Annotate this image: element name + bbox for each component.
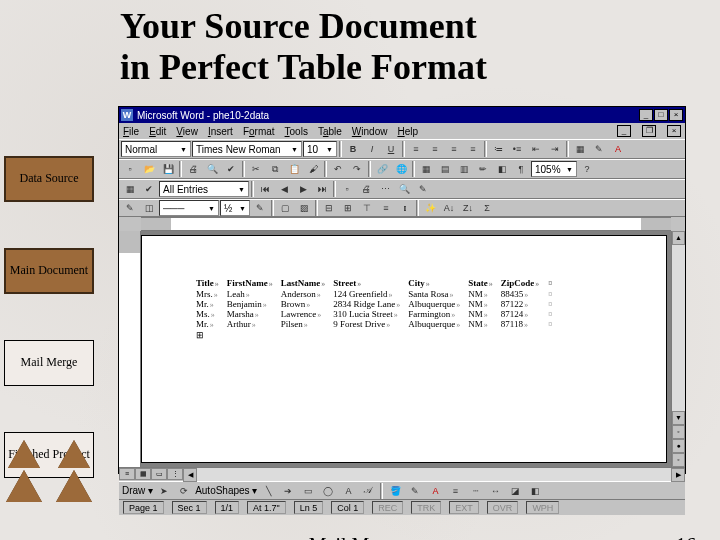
open-button[interactable]: 📂 bbox=[140, 161, 158, 177]
nav-data-source[interactable]: Data Source bbox=[4, 156, 94, 202]
menu-edit[interactable]: Edit bbox=[149, 126, 166, 137]
copy-button[interactable]: ⧉ bbox=[266, 161, 284, 177]
insert-hyperlink-button[interactable]: 🔗 bbox=[373, 161, 391, 177]
help-button[interactable]: ? bbox=[578, 161, 596, 177]
autoshapes-menu[interactable]: AutoShapes ▾ bbox=[195, 485, 257, 496]
style-combo[interactable]: Normal▼ bbox=[121, 141, 191, 157]
arrow-style-button[interactable]: ↔ bbox=[486, 483, 504, 499]
sort-desc-button[interactable]: Z↓ bbox=[459, 200, 477, 216]
menu-help[interactable]: Help bbox=[397, 126, 418, 137]
shadow-button[interactable]: ◪ bbox=[506, 483, 524, 499]
merge-check-button[interactable]: ✔ bbox=[140, 181, 158, 197]
spellcheck-button[interactable]: ✔ bbox=[222, 161, 240, 177]
align-left-button[interactable]: ≡ bbox=[407, 141, 425, 157]
minimize-button[interactable]: _ bbox=[639, 109, 653, 121]
menu-file[interactable]: File bbox=[123, 126, 139, 137]
nav-mail-merge[interactable]: Mail Merge bbox=[4, 340, 94, 386]
merge-next-button[interactable]: ▶ bbox=[294, 181, 312, 197]
textbox-button[interactable]: A bbox=[339, 483, 357, 499]
zoom-combo[interactable]: 105%▼ bbox=[531, 161, 577, 177]
browse-object-button[interactable]: ● bbox=[672, 439, 685, 453]
doc-minimize-button[interactable]: _ bbox=[617, 125, 631, 137]
numbered-list-button[interactable]: ≔ bbox=[489, 141, 507, 157]
decrease-indent-button[interactable]: ⇤ bbox=[527, 141, 545, 157]
menu-insert[interactable]: Insert bbox=[208, 126, 233, 137]
merge-entries-combo[interactable]: All Entries▼ bbox=[159, 181, 249, 197]
prev-page-button[interactable]: ◦ bbox=[672, 425, 685, 439]
line-button[interactable]: ╲ bbox=[259, 483, 277, 499]
font-color-button[interactable]: A bbox=[609, 141, 627, 157]
print-button[interactable]: 🖨 bbox=[184, 161, 202, 177]
oval-button[interactable]: ◯ bbox=[319, 483, 337, 499]
find-record-button[interactable]: 🔍 bbox=[395, 181, 413, 197]
doc-restore-button[interactable]: ❐ bbox=[642, 125, 656, 137]
document-page[interactable]: Title»FirstName»LastName»Street»City»Sta… bbox=[141, 235, 667, 463]
draw-table-button[interactable]: ✎ bbox=[121, 200, 139, 216]
merge-options-button[interactable]: ⋯ bbox=[376, 181, 394, 197]
page-view-button[interactable]: ▭ bbox=[151, 468, 167, 480]
eraser-button[interactable]: ◫ bbox=[140, 200, 158, 216]
merge-first-button[interactable]: ⏮ bbox=[256, 181, 274, 197]
underline-button[interactable]: U bbox=[382, 141, 400, 157]
normal-view-button[interactable]: ≡ bbox=[119, 468, 135, 480]
print-preview-button[interactable]: 🔍 bbox=[203, 161, 221, 177]
save-button[interactable]: 💾 bbox=[159, 161, 177, 177]
merge-main-button[interactable]: ▦ bbox=[121, 181, 139, 197]
sort-asc-button[interactable]: A↓ bbox=[440, 200, 458, 216]
vertical-ruler[interactable] bbox=[119, 231, 141, 467]
excel-button[interactable]: ▤ bbox=[436, 161, 454, 177]
merge-last-button[interactable]: ⏭ bbox=[313, 181, 331, 197]
menu-format[interactable]: Format bbox=[243, 126, 275, 137]
prev-arrow-icon[interactable] bbox=[6, 470, 42, 502]
autoformat-button[interactable]: ✨ bbox=[421, 200, 439, 216]
new-doc-button[interactable]: ▫ bbox=[121, 161, 139, 177]
tables-button[interactable]: ▦ bbox=[417, 161, 435, 177]
outline-view-button[interactable]: ⋮ bbox=[167, 468, 183, 480]
menu-window[interactable]: Window bbox=[352, 126, 388, 137]
rotate-button[interactable]: ⟳ bbox=[175, 483, 193, 499]
doc-close-button[interactable]: × bbox=[667, 125, 681, 137]
merge-to-printer-button[interactable]: 🖨 bbox=[357, 181, 375, 197]
paste-button[interactable]: 📋 bbox=[285, 161, 303, 177]
cut-button[interactable]: ✂ bbox=[247, 161, 265, 177]
horizontal-ruler[interactable] bbox=[141, 217, 671, 231]
outside-border-button[interactable]: ▢ bbox=[276, 200, 294, 216]
menu-view[interactable]: View bbox=[176, 126, 198, 137]
next-arrow-icon[interactable] bbox=[56, 470, 92, 502]
merge-to-doc-button[interactable]: ▫ bbox=[338, 181, 356, 197]
scroll-left-button[interactable]: ◀ bbox=[183, 468, 197, 482]
align-center-button[interactable]: ≡ bbox=[426, 141, 444, 157]
italic-button[interactable]: I bbox=[363, 141, 381, 157]
line-color-button[interactable]: ✎ bbox=[406, 483, 424, 499]
distribute-cols-button[interactable]: ⫾ bbox=[396, 200, 414, 216]
vertical-scrollbar[interactable]: ▲ ▼ ◦ ● ◦ bbox=[671, 231, 685, 467]
font-color2-button[interactable]: A bbox=[426, 483, 444, 499]
scroll-right-button[interactable]: ▶ bbox=[671, 468, 685, 482]
justify-button[interactable]: ≡ bbox=[464, 141, 482, 157]
merge-prev-button[interactable]: ◀ bbox=[275, 181, 293, 197]
menu-tools[interactable]: Tools bbox=[285, 126, 308, 137]
3d-button[interactable]: ◧ bbox=[526, 483, 544, 499]
format-painter-button[interactable]: 🖌 bbox=[304, 161, 322, 177]
dash-style-button[interactable]: ┄ bbox=[466, 483, 484, 499]
bullet-list-button[interactable]: •≡ bbox=[508, 141, 526, 157]
borders-button[interactable]: ▦ bbox=[571, 141, 589, 157]
scroll-up-button[interactable]: ▲ bbox=[672, 231, 685, 245]
web-toolbar-button[interactable]: 🌐 bbox=[392, 161, 410, 177]
highlight-button[interactable]: ✎ bbox=[590, 141, 608, 157]
line-style-combo[interactable]: ───▼ bbox=[159, 200, 219, 216]
line-style-button[interactable]: ≡ bbox=[446, 483, 464, 499]
size-combo[interactable]: 10▼ bbox=[303, 141, 337, 157]
split-cells-button[interactable]: ⊞ bbox=[339, 200, 357, 216]
font-combo[interactable]: Times New Roman▼ bbox=[192, 141, 302, 157]
wordart-button[interactable]: 𝒜 bbox=[359, 483, 377, 499]
close-button[interactable]: × bbox=[669, 109, 683, 121]
fill-color-button[interactable]: 🪣 bbox=[386, 483, 404, 499]
nav-main-document[interactable]: Main Document bbox=[4, 248, 94, 294]
draw-menu[interactable]: Draw ▾ bbox=[122, 485, 153, 496]
increase-indent-button[interactable]: ⇥ bbox=[546, 141, 564, 157]
scroll-down-button[interactable]: ▼ bbox=[672, 411, 685, 425]
columns-button[interactable]: ▥ bbox=[455, 161, 473, 177]
distribute-rows-button[interactable]: ≡ bbox=[377, 200, 395, 216]
line-weight-combo[interactable]: ½▼ bbox=[220, 200, 250, 216]
